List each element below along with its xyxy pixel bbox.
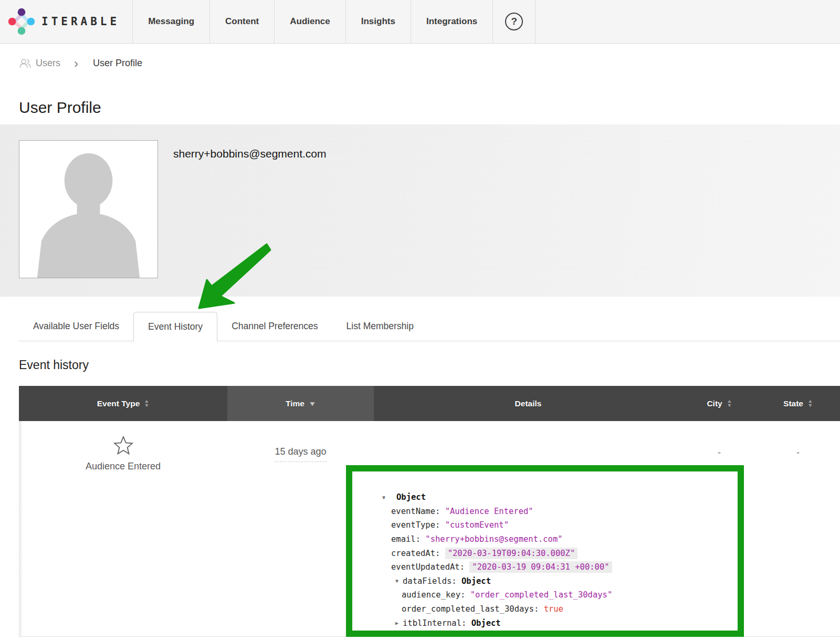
- help-glyph: ?: [511, 16, 517, 27]
- table-header: Event Type ▲ ▼ Time ▼ Details City ▲ ▼: [19, 386, 840, 421]
- json-line: ▶itblInternal: Object: [382, 616, 732, 630]
- sort-desc-icon: ▼: [807, 404, 813, 408]
- profile-header-band: sherry+bobbins@segment.com: [0, 124, 840, 297]
- user-profile-page: ITERABLE Messaging Content Audience Insi…: [0, 0, 840, 640]
- json-value: "Audience Entered": [445, 507, 533, 516]
- json-line: eventName: "Audience Entered": [382, 505, 732, 519]
- json-value: Object: [396, 492, 426, 502]
- json-line: createdAt: "2020-03-19T09:04:30.000Z": [382, 546, 732, 560]
- profile-email: sherry+bobbins@segment.com: [173, 148, 327, 160]
- json-value: "customEvent": [445, 520, 509, 530]
- json-key: createdAt:: [391, 549, 445, 558]
- json-value: "order_completed_last_30days": [470, 590, 613, 600]
- column-label: Event Type: [97, 399, 140, 408]
- column-header-details[interactable]: Details: [374, 386, 682, 421]
- avatar: [19, 140, 158, 278]
- json-line: ▼dataFields: Object: [382, 574, 732, 589]
- column-header-city[interactable]: City ▲ ▼: [682, 386, 756, 421]
- brand-home-link[interactable]: ITERABLE: [0, 0, 132, 43]
- users-icon: [19, 58, 32, 68]
- json-value: "2020-03-19T09:04:30.000Z": [445, 548, 578, 559]
- nav-item-audience[interactable]: Audience: [274, 0, 345, 43]
- column-header-time[interactable]: Time ▼: [227, 386, 374, 421]
- brand-wordmark: ITERABLE: [41, 15, 120, 28]
- column-label: City: [707, 399, 722, 408]
- json-key: email:: [391, 534, 425, 544]
- json-key: order_completed_last_30days:: [402, 604, 544, 614]
- json-key: audience_key:: [402, 590, 470, 600]
- sort-desc-icon: ▼: [144, 404, 150, 408]
- top-nav: ITERABLE Messaging Content Audience Insi…: [0, 0, 840, 44]
- json-tree: ▼ObjecteventName: "Audience Entered"even…: [352, 471, 738, 630]
- json-key: dataFields:: [403, 576, 461, 586]
- tree-collapsed-icon[interactable]: ▶: [395, 620, 403, 626]
- json-line: order_completed_last_30days: true: [382, 602, 732, 616]
- tree-expanded-icon[interactable]: ▼: [395, 578, 403, 584]
- column-label: Details: [515, 399, 542, 408]
- json-key: eventType:: [391, 520, 445, 530]
- profile-tabs: Available User Fields Event History Chan…: [19, 312, 840, 341]
- nav-item-insights[interactable]: Insights: [345, 0, 411, 43]
- tab-channel-preferences[interactable]: Channel Preferences: [217, 312, 332, 341]
- tree-expanded-icon[interactable]: ▼: [382, 495, 396, 500]
- avatar-placeholder-icon: [19, 142, 158, 278]
- json-line: ▼Object: [382, 490, 732, 505]
- json-line: eventUpdatedAt: "2020-03-19 09:04:31 +00…: [382, 560, 732, 574]
- help-button[interactable]: ?: [492, 0, 536, 43]
- page-title: User Profile: [19, 99, 101, 117]
- column-header-state[interactable]: State ▲ ▼: [756, 386, 840, 421]
- iterable-logo-icon: [8, 8, 35, 35]
- breadcrumb: Users › User Profile: [19, 58, 142, 69]
- state-cell: -: [756, 421, 840, 636]
- breadcrumb-separator: ›: [74, 59, 78, 68]
- json-line: email: "sherry+bobbins@segment.com": [382, 532, 732, 547]
- section-heading: Event history: [19, 358, 89, 372]
- sort-desc-icon: ▼: [727, 404, 732, 408]
- tab-event-history[interactable]: Event History: [133, 312, 217, 341]
- sort-icon: ▲ ▼: [144, 400, 150, 407]
- column-header-event-type[interactable]: Event Type ▲ ▼: [19, 386, 227, 421]
- column-label: State: [783, 399, 803, 408]
- breadcrumb-users-link[interactable]: Users: [19, 58, 60, 69]
- tab-list-membership[interactable]: List Membership: [332, 312, 428, 341]
- breadcrumb-root-label: Users: [36, 58, 60, 69]
- annotation-highlight-box: ▼ObjecteventName: "Audience Entered"even…: [346, 465, 744, 637]
- json-value: "sherry+bobbins@segment.com": [425, 534, 562, 544]
- help-icon: ?: [505, 13, 523, 30]
- tab-available-user-fields[interactable]: Available User Fields: [19, 312, 133, 341]
- relative-time[interactable]: 15 days ago: [275, 446, 326, 462]
- json-key: eventName:: [391, 507, 445, 516]
- sort-icon: ▲ ▼: [727, 400, 732, 407]
- json-value: Object: [461, 576, 491, 586]
- nav-item-integrations[interactable]: Integrations: [411, 0, 492, 43]
- star-icon[interactable]: [113, 435, 134, 456]
- json-line: eventType: "customEvent": [382, 518, 732, 532]
- json-key: eventUpdatedAt:: [391, 562, 469, 572]
- json-value: "2020-03-19 09:04:31 +00:00": [469, 561, 612, 573]
- event-type-label: Audience Entered: [86, 461, 161, 472]
- json-line: audience_key: "order_completed_last_30da…: [382, 588, 732, 602]
- sort-desc-active-icon: ▼: [308, 400, 316, 407]
- json-value: true: [544, 604, 563, 614]
- column-label: Time: [286, 399, 304, 408]
- event-type-cell: Audience Entered: [19, 421, 227, 636]
- nav-item-content[interactable]: Content: [209, 0, 274, 43]
- json-key: itblInternal:: [403, 618, 471, 628]
- nav-item-messaging[interactable]: Messaging: [132, 0, 209, 43]
- breadcrumb-current: User Profile: [93, 58, 142, 69]
- sort-icon: ▲ ▼: [807, 400, 813, 407]
- json-value: Object: [471, 618, 501, 628]
